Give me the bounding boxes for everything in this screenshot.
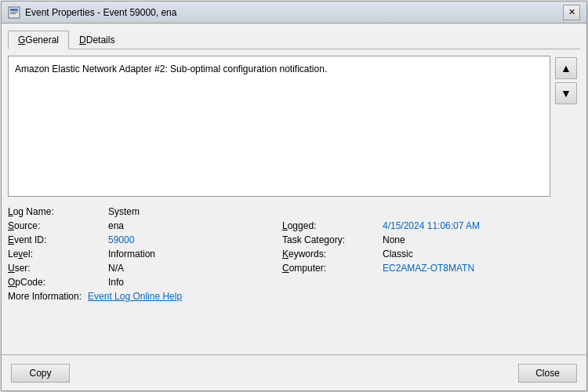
user-label: User: bbox=[8, 263, 102, 274]
title-bar: Event Properties - Event 59000, ena ✕ bbox=[2, 2, 586, 24]
copy-button[interactable]: Copy bbox=[11, 364, 70, 383]
info-grid: Log Name: System Source: ena Logged: 4/1… bbox=[8, 206, 550, 288]
log-name-label: Log Name: bbox=[8, 206, 102, 217]
level-label: Level: bbox=[8, 249, 102, 260]
event-icon bbox=[8, 6, 20, 19]
computer-label: Computer: bbox=[282, 263, 376, 274]
opcode-value: Info bbox=[108, 277, 276, 288]
tab-bar: GGeneral DDetails bbox=[8, 30, 580, 49]
title-bar-text: Event Properties - Event 59000, ena bbox=[25, 7, 563, 18]
logged-value: 4/15/2024 11:06:07 AM bbox=[383, 220, 550, 231]
tab-details-label: DDetails bbox=[79, 34, 114, 45]
event-id-value: 59000 bbox=[108, 234, 276, 245]
keywords-value: Classic bbox=[383, 249, 550, 260]
source-value: ena bbox=[108, 220, 276, 231]
user-value: N/A bbox=[108, 263, 276, 274]
keywords-label: Keywords: bbox=[282, 249, 376, 260]
logged-label: Logged: bbox=[282, 220, 376, 231]
close-title-button[interactable]: ✕ bbox=[563, 5, 580, 20]
tab-general[interactable]: GGeneral bbox=[8, 31, 69, 49]
more-info-label: More Information: bbox=[8, 291, 82, 302]
content-area: GGeneral DDetails Amazon Elastic Network… bbox=[2, 24, 586, 354]
tab-general-label: GGeneral bbox=[18, 34, 59, 45]
scroll-up-button[interactable]: ▲ bbox=[555, 57, 577, 79]
source-label: Source: bbox=[8, 220, 102, 231]
message-text: Amazon Elastic Network Adapter #2: Sub-o… bbox=[15, 64, 327, 74]
event-properties-window: Event Properties - Event 59000, ena ✕ GG… bbox=[1, 1, 587, 391]
computer-value: EC2AMAZ-OT8MATN bbox=[383, 263, 550, 274]
tab-details[interactable]: DDetails bbox=[69, 31, 125, 49]
opcode-label: OpCode: bbox=[8, 277, 102, 288]
more-info-row: More Information: Event Log Online Help bbox=[8, 291, 550, 302]
event-id-label: Event ID: bbox=[8, 234, 102, 245]
left-panel: Amazon Elastic Network Adapter #2: Sub-o… bbox=[8, 56, 550, 348]
event-log-online-help-link[interactable]: Event Log Online Help bbox=[88, 291, 182, 302]
task-category-value: None bbox=[383, 234, 550, 245]
task-category-label: Task Category: bbox=[282, 234, 376, 245]
right-panel: ▲ ▼ bbox=[555, 56, 580, 348]
level-value: Information bbox=[108, 249, 276, 260]
main-area: Amazon Elastic Network Adapter #2: Sub-o… bbox=[8, 56, 580, 348]
log-name-value: System bbox=[108, 206, 276, 217]
svg-rect-3 bbox=[10, 13, 16, 14]
message-box[interactable]: Amazon Elastic Network Adapter #2: Sub-o… bbox=[8, 56, 550, 197]
close-button[interactable]: Close bbox=[518, 364, 577, 383]
svg-rect-1 bbox=[10, 9, 18, 11]
bottom-bar: Copy Close bbox=[2, 354, 586, 390]
svg-rect-2 bbox=[10, 12, 18, 13]
scroll-down-button[interactable]: ▼ bbox=[555, 82, 577, 104]
